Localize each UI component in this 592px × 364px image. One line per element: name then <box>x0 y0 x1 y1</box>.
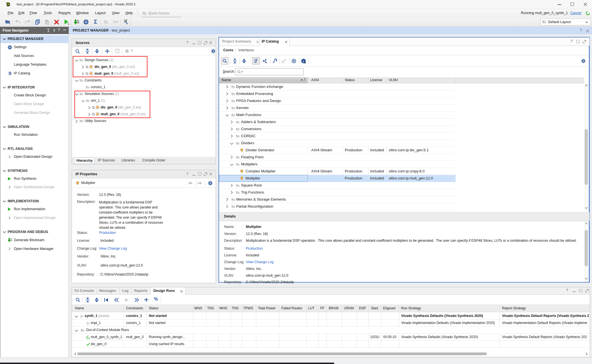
svg-text:10: 10 <box>77 22 79 24</box>
svg-text:10: 10 <box>10 240 12 241</box>
svg-text:i: i <box>303 59 304 63</box>
svg-text:?: ? <box>116 50 118 53</box>
svg-text:01: 01 <box>77 20 79 22</box>
